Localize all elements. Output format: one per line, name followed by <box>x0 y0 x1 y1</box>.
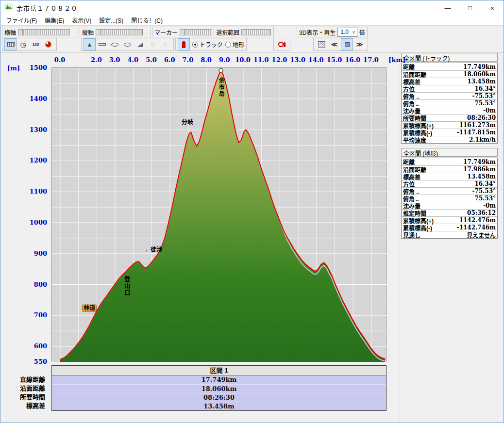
window-title: 余市岳１７０８２０ <box>17 3 78 13</box>
selection-tool-buttons <box>273 38 290 51</box>
panel-row: 累積標高(+)1161.273m <box>402 121 497 129</box>
panel-row-value: 1161.273m <box>459 122 496 129</box>
menu-item-5[interactable]: 閉じる！(C) <box>127 15 167 25</box>
radio-track-label: トラック <box>200 40 223 49</box>
forward-button[interactable]: ≫ <box>353 38 366 50</box>
playback-3d-button[interactable] <box>316 38 328 50</box>
vaxis-dotted2-button[interactable]: ◌ <box>159 38 171 50</box>
haxis-time-button[interactable]: ◷ <box>17 38 29 50</box>
playback-speed-value: 1.0 <box>340 29 349 35</box>
menu-item-2[interactable]: 編集(E) <box>41 15 68 25</box>
close-button[interactable]: × <box>481 0 504 15</box>
playback-unit-label: 倍 <box>359 28 365 36</box>
panel-row: 沿面距離18.060km <box>402 70 497 78</box>
menu-item-4[interactable]: 設定...(S) <box>95 15 127 25</box>
radio-track[interactable]: トラック <box>192 40 223 49</box>
slider-track[interactable] <box>101 30 142 35</box>
summary-row-label: 直線距離 <box>0 375 51 384</box>
panel-row: 沈み量-0m <box>402 202 497 209</box>
playback-buttons: ≪ ≫ <box>313 38 368 51</box>
slider-thumb[interactable] <box>180 30 185 35</box>
panel-row-value: -75.53° <box>472 188 496 195</box>
main-area: [m] [km] 余市岳分岐←徒渉登山口林道 直線距離沿面距離所要時間標高差 区… <box>0 53 504 423</box>
title-bar: 余市岳１７０８２０ — □ × <box>0 0 504 15</box>
y-tick-label: 1200 <box>0 157 47 164</box>
radio-track-icon[interactable] <box>192 42 198 48</box>
panel-row-value: 13.458m <box>467 173 496 180</box>
x-tick-label: 8.0 <box>201 56 212 64</box>
mountain-icon: ▲ <box>86 41 93 48</box>
vaxis-oval-button[interactable] <box>109 38 121 50</box>
panel-row-value: 16.34° <box>474 85 496 92</box>
haxis-distance-button[interactable] <box>4 38 17 50</box>
panel-row-value: 1142.476m <box>459 217 496 224</box>
chart-annotation-2: 分岐 <box>182 119 193 125</box>
marker-position-slider[interactable] <box>180 29 212 35</box>
y-tick-label: 1000 <box>0 218 47 226</box>
selection-marker-button[interactable] <box>276 38 288 50</box>
vaxis-profile-button[interactable]: ▲ <box>84 38 96 50</box>
vaxis-oval2-button[interactable] <box>121 38 134 50</box>
segment-summary: 直線距離沿面距離所要時間標高差 区間 1 17.749km18.060km08:… <box>0 365 386 411</box>
oval-icon <box>124 43 131 47</box>
panel-row: 俯角←75.53° <box>402 99 497 107</box>
summary-row-value: 08:26:30 <box>52 393 386 402</box>
stop-icon <box>345 42 350 47</box>
slider-thumb[interactable] <box>96 30 101 35</box>
y-tick-label: 1400 <box>0 95 47 102</box>
haxis-scale-group: 横軸 <box>2 27 78 37</box>
x-tick-label: 9.0 <box>219 56 230 64</box>
x-tick-label: 7.0 <box>183 56 194 64</box>
x-tick-label: 12.0 <box>272 56 287 64</box>
playback-group: 3D表示・再生 1.0 ∨ 倍 <box>297 27 368 37</box>
summary-rows: 17.749km18.060km08:26:3013.458m <box>52 375 386 410</box>
menu-item-3[interactable]: 表示(V) <box>68 15 95 25</box>
panel-row-label: 距離 <box>403 63 415 71</box>
marker-pin-button[interactable] <box>178 38 190 50</box>
slider-track[interactable] <box>246 30 270 35</box>
panel-row: 累積標高(-)-1142.746m <box>402 224 497 231</box>
haxis-pie-button[interactable] <box>42 38 54 50</box>
panel-row: 累積標高(-)-1147.815m <box>402 129 497 136</box>
rewind-button[interactable]: ≪ <box>328 38 340 50</box>
haxis-number-button[interactable]: 123 <box>30 38 42 50</box>
selection-range-slider[interactable] <box>241 29 271 35</box>
slider-track[interactable] <box>23 30 69 35</box>
slider-thumb[interactable] <box>18 30 23 35</box>
panel-row: 俯角←75.53° <box>402 195 497 202</box>
panel-row-value: 2.1km/h <box>469 136 496 143</box>
playback-speed-select[interactable]: 1.0 ∨ <box>337 28 357 37</box>
panel-row-label: 距離 <box>403 158 415 166</box>
maximize-button[interactable]: □ <box>459 0 481 15</box>
vaxis-dotted1-button[interactable]: ◌ <box>147 38 159 50</box>
minimize-button[interactable]: — <box>437 0 459 15</box>
selection-group: 選択範囲 <box>214 27 274 37</box>
summary-header: 区間 1 <box>52 366 386 375</box>
elevation-chart-svg <box>52 68 387 362</box>
vaxis-slope-button[interactable] <box>134 38 146 50</box>
panel-header-2: 全区間 (地形) <box>401 148 498 157</box>
x-tick-label: 13.0 <box>290 56 305 64</box>
panel-row-value: 05:36:12 <box>467 210 496 216</box>
panel-row-value: 17.749km <box>463 64 496 70</box>
panel-row-value: -0m <box>483 107 496 114</box>
panel-row: 距離17.749km <box>402 63 497 70</box>
chevron-down-icon: ∨ <box>352 30 355 34</box>
panel-header-1: 全区間 (トラック) <box>401 53 498 62</box>
radio-terrain[interactable]: 地形 <box>225 40 244 49</box>
elevation-plot[interactable]: 余市岳分岐←徒渉登山口林道 <box>51 67 386 361</box>
toolbar: 横軸 縦軸 マーカー 選択範囲 3D表示・再生 1.0 ∨ <box>0 26 504 53</box>
radio-terrain-icon[interactable] <box>225 42 231 48</box>
slider-thumb[interactable] <box>242 30 246 35</box>
slider-track[interactable] <box>185 30 212 35</box>
vaxis-flat-button[interactable] <box>96 38 108 50</box>
vaxis-scale-slider[interactable] <box>96 29 143 35</box>
haxis-scale-slider[interactable] <box>18 29 70 35</box>
panel-row-value: 17.749km <box>463 159 496 165</box>
stop-button[interactable] <box>341 38 353 50</box>
clock-icon: ◷ <box>20 41 26 48</box>
menu-item-1[interactable]: ファイル(F) <box>2 15 41 25</box>
panel-row-label: 平均速度 <box>403 136 426 144</box>
y-tick-label: 600 <box>0 342 47 350</box>
summary-row-label: 沿面距離 <box>0 384 51 393</box>
